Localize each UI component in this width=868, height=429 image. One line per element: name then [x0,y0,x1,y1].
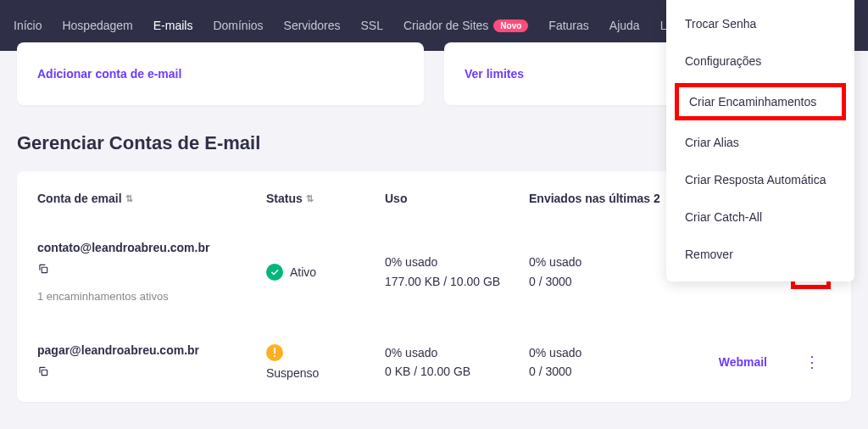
actions-dropdown: Trocar Senha Configurações Criar Encamin… [666,0,854,281]
forwarding-status: 1 encaminhamentos ativos [37,290,266,303]
nav-ajuda[interactable]: Ajuda [609,19,640,32]
nav-inicio[interactable]: Início [14,19,42,32]
svg-rect-1 [42,370,47,376]
email-cell: contato@leandroabreu.com.br 1 encaminham… [37,241,266,303]
env-detail: 0 / 3000 [529,362,682,381]
webmail-link[interactable]: Webmail [719,355,767,369]
dropdown-criar-encaminhamentos[interactable]: Criar Encaminhamentos [675,83,846,120]
add-email-link[interactable]: Adicionar conta de e-mail [37,67,181,81]
status-text: Suspenso [266,366,319,380]
email-address: contato@leandroabreu.com.br [37,241,266,254]
uso-cell: 0% usado 177.00 KB / 10.00 GB [385,253,529,291]
nav-dominios[interactable]: Domínios [213,19,263,32]
add-email-card: Adicionar conta de e-mail [17,42,424,105]
badge-novo: Novo [493,20,528,32]
svg-rect-0 [42,267,47,272]
status-active-icon [266,264,283,281]
th-status-label: Status [266,192,303,205]
more-actions-button[interactable]: ⋮ [798,351,831,373]
dropdown-criar-resposta[interactable]: Criar Resposta Automática [666,161,854,198]
nav-servidores[interactable]: Servidores [284,19,341,32]
enviados-cell: 0% usado 0 / 3000 [529,343,682,382]
status-cell: Suspenso [266,344,385,380]
svg-rect-3 [274,355,275,357]
sort-icon: ⇅ [125,193,133,204]
uso-pct: 0% usado [385,343,529,362]
env-pct: 0% usado [529,343,682,362]
th-email[interactable]: Conta de email ⇅ [37,192,266,205]
nav-criador-sites-label: Criador de Sites [403,19,488,32]
nav-emails[interactable]: E-mails [153,19,193,32]
th-enviados: Enviados nas últimas 2 [529,192,682,205]
nav-ssl[interactable]: SSL [360,19,382,32]
dropdown-criar-catchall[interactable]: Criar Catch-All [666,198,854,236]
dropdown-remover[interactable]: Remover [666,236,854,273]
uso-cell: 0% usado 0 KB / 10.00 GB [385,343,529,382]
nav-criador-sites[interactable]: Criador de Sites Novo [403,19,528,32]
dropdown-trocar-senha[interactable]: Trocar Senha [666,5,854,42]
actions-cell: Webmail ⋮ [682,351,831,373]
nav-hospedagem[interactable]: Hospedagem [62,19,132,32]
status-suspended-icon [266,344,283,361]
enviados-cell: 0% usado 0 / 3000 [529,253,682,291]
env-pct: 0% usado [529,253,682,271]
dropdown-configuracoes[interactable]: Configurações [666,42,854,80]
uso-detail: 177.00 KB / 10.00 GB [385,272,529,291]
uso-detail: 0 KB / 10.00 GB [385,362,529,381]
copy-icon[interactable] [37,263,49,278]
copy-icon[interactable] [37,365,49,381]
th-uso: Uso [385,192,529,205]
dropdown-criar-alias[interactable]: Criar Alias [666,124,854,161]
env-detail: 0 / 3000 [529,272,682,291]
status-text: Ativo [290,265,316,279]
email-address: pagar@leandroabreu.com.br [37,343,266,357]
table-row: pagar@leandroabreu.com.br Suspenso 0% us… [37,323,831,402]
sort-icon: ⇅ [306,193,314,204]
svg-rect-2 [274,348,275,354]
th-status[interactable]: Status ⇅ [266,192,385,205]
th-email-label: Conta de email [37,192,122,205]
uso-pct: 0% usado [385,253,529,271]
nav-faturas[interactable]: Faturas [548,19,588,32]
email-cell: pagar@leandroabreu.com.br [37,343,266,381]
status-cell: Ativo [266,264,385,281]
ver-limites-link[interactable]: Ver limites [465,67,524,81]
